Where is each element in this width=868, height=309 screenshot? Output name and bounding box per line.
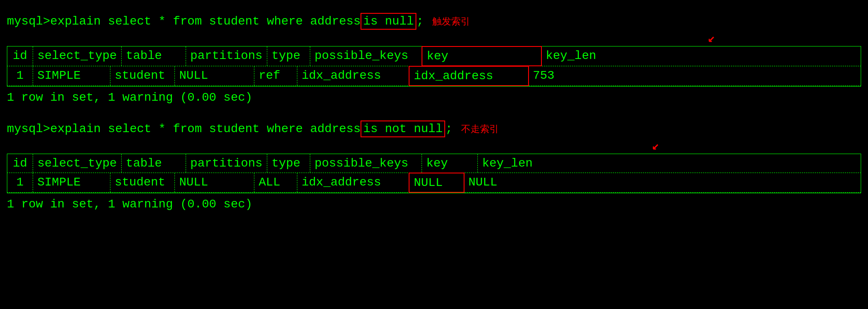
annotation2: 不走索引 [461, 123, 499, 136]
result2: 1 row in set, 1 warning (0.00 sec) [7, 193, 861, 215]
spacer [7, 110, 861, 115]
highlight1: is null [361, 13, 416, 30]
table1-border-top: id select_type table partitions type pos… [7, 46, 861, 66]
d2-key: NULL [409, 173, 465, 193]
d2-possible-keys: idx_address [297, 173, 409, 192]
table2-row1: 1 SIMPLE student NULL ALL idx_address NU… [7, 173, 861, 192]
d1-key: idx_address [409, 66, 529, 86]
h1-select-type: select_type [33, 46, 122, 66]
d1-type: ref [254, 66, 297, 86]
h1-key-len: key_len [541, 46, 861, 66]
h1-id: id [7, 46, 33, 66]
d2-id: 1 [7, 173, 33, 192]
d1-table: student [110, 66, 175, 86]
d2-partitions: NULL [175, 173, 254, 192]
h2-select-type: select_type [33, 154, 122, 173]
semicolon2: ; [445, 122, 452, 136]
prompt1: mysql> [7, 15, 50, 28]
h1-possible-keys: possible_keys [310, 46, 422, 66]
annotation2-text: 不走索引 [461, 123, 499, 136]
highlight2: is not null [361, 121, 445, 137]
h1-partitions: partitions [186, 46, 267, 66]
d1-key-len: 753 [529, 66, 861, 86]
h2-partitions: partitions [186, 154, 267, 173]
prompt2: mysql> [7, 122, 50, 136]
h2-possible-keys: possible_keys [310, 154, 422, 173]
h2-key-len: key_len [478, 154, 861, 173]
query1-section: mysql> explain select * from student whe… [7, 8, 861, 110]
h2-table: table [122, 154, 186, 173]
query2-section: mysql> explain select * from student whe… [7, 115, 861, 217]
arrow1: ↙ [708, 32, 715, 45]
h2-type: type [267, 154, 310, 173]
d1-partitions: NULL [175, 66, 254, 86]
d2-select-type: SIMPLE [33, 173, 110, 192]
h1-table: table [122, 46, 186, 66]
annotation1-text: 触发索引 [432, 15, 470, 28]
h1-type: type [267, 46, 310, 66]
h2-id: id [7, 154, 33, 173]
d2-type: ALL [254, 173, 297, 192]
terminal: mysql> explain select * from student whe… [0, 4, 868, 220]
result1: 1 row in set, 1 warning (0.00 sec) [7, 87, 861, 108]
table1-row1: 1 SIMPLE student NULL ref idx_address id… [7, 66, 861, 86]
table1: id select_type table partitions type pos… [7, 46, 861, 87]
command1: explain select * from student where addr… [50, 15, 361, 28]
d2-key-len: NULL [464, 173, 861, 192]
h1-key: key [422, 46, 542, 66]
h2-key: key [422, 154, 478, 173]
d1-select-type: SIMPLE [33, 66, 110, 86]
arrow2: ↙ [652, 139, 659, 153]
d1-possible-keys: idx_address [297, 66, 409, 86]
command2: explain select * from student where addr… [50, 122, 361, 136]
d1-id: 1 [7, 66, 33, 86]
table2-header: id select_type table partitions type pos… [7, 154, 861, 173]
annotation1: 触发索引 [432, 15, 470, 28]
d2-table: student [110, 173, 175, 192]
table2: id select_type table partitions type pos… [7, 154, 861, 193]
semicolon1: ; [416, 15, 424, 28]
